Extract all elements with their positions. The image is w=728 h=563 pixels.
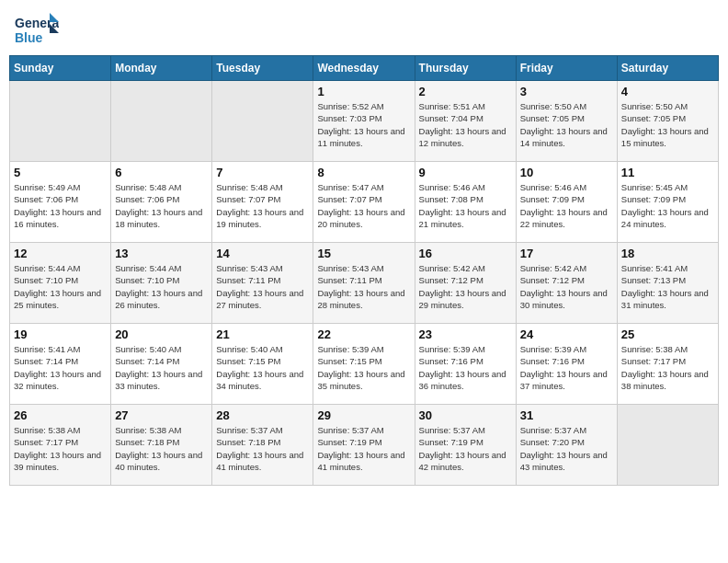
svg-text:Blue: Blue [15, 30, 43, 45]
logo-svg: GeneralBlue [13, 9, 59, 50]
cell-info: Sunrise: 5:48 AM Sunset: 7:07 PM Dayligh… [216, 181, 309, 230]
day-header-tuesday: Tuesday [212, 56, 313, 81]
cell-info: Sunrise: 5:50 AM Sunset: 7:05 PM Dayligh… [621, 100, 714, 149]
day-number: 31 [520, 408, 613, 422]
day-header-wednesday: Wednesday [313, 56, 415, 81]
calendar-cell: 17Sunrise: 5:42 AM Sunset: 7:12 PM Dayli… [516, 243, 617, 324]
calendar-cell: 14Sunrise: 5:43 AM Sunset: 7:11 PM Dayli… [212, 243, 313, 324]
calendar-cell: 28Sunrise: 5:37 AM Sunset: 7:18 PM Dayli… [212, 405, 313, 486]
day-header-monday: Monday [111, 56, 212, 81]
cell-info: Sunrise: 5:41 AM Sunset: 7:14 PM Dayligh… [14, 343, 107, 392]
day-number: 24 [520, 327, 613, 341]
cell-info: Sunrise: 5:39 AM Sunset: 7:16 PM Dayligh… [419, 343, 512, 392]
day-number: 8 [317, 166, 410, 179]
calendar-cell: 16Sunrise: 5:42 AM Sunset: 7:12 PM Dayli… [415, 243, 516, 324]
calendar-cell: 9Sunrise: 5:46 AM Sunset: 7:08 PM Daylig… [415, 162, 516, 243]
calendar-cell: 4Sunrise: 5:50 AM Sunset: 7:05 PM Daylig… [617, 81, 718, 162]
calendar-cell: 31Sunrise: 5:37 AM Sunset: 7:20 PM Dayli… [516, 405, 617, 486]
day-number: 6 [115, 166, 208, 179]
cell-info: Sunrise: 5:49 AM Sunset: 7:06 PM Dayligh… [14, 181, 107, 230]
cell-info: Sunrise: 5:45 AM Sunset: 7:09 PM Dayligh… [621, 181, 714, 230]
day-number: 17 [520, 247, 613, 260]
calendar-cell: 23Sunrise: 5:39 AM Sunset: 7:16 PM Dayli… [415, 324, 516, 405]
day-number: 12 [14, 247, 107, 260]
day-number: 1 [317, 85, 410, 98]
calendar-cell: 10Sunrise: 5:46 AM Sunset: 7:09 PM Dayli… [516, 162, 617, 243]
cell-info: Sunrise: 5:42 AM Sunset: 7:12 PM Dayligh… [520, 262, 613, 311]
cell-info: Sunrise: 5:37 AM Sunset: 7:18 PM Dayligh… [216, 424, 309, 473]
day-number: 23 [419, 327, 512, 341]
day-number: 16 [419, 247, 512, 260]
calendar-cell [212, 81, 313, 162]
calendar-cell: 26Sunrise: 5:38 AM Sunset: 7:17 PM Dayli… [10, 405, 111, 486]
calendar-cell: 24Sunrise: 5:39 AM Sunset: 7:16 PM Dayli… [516, 324, 617, 405]
day-number: 20 [115, 327, 208, 341]
calendar-cell: 8Sunrise: 5:47 AM Sunset: 7:07 PM Daylig… [313, 162, 415, 243]
cell-info: Sunrise: 5:38 AM Sunset: 7:18 PM Dayligh… [115, 424, 208, 473]
calendar-cell [10, 81, 111, 162]
day-header-friday: Friday [516, 56, 617, 81]
calendar-cell: 3Sunrise: 5:50 AM Sunset: 7:05 PM Daylig… [516, 81, 617, 162]
calendar-cell: 30Sunrise: 5:37 AM Sunset: 7:19 PM Dayli… [415, 405, 516, 486]
calendar-cell: 12Sunrise: 5:44 AM Sunset: 7:10 PM Dayli… [10, 243, 111, 324]
calendar-cell: 7Sunrise: 5:48 AM Sunset: 7:07 PM Daylig… [212, 162, 313, 243]
calendar-cell: 25Sunrise: 5:38 AM Sunset: 7:17 PM Dayli… [617, 324, 718, 405]
calendar-cell: 1Sunrise: 5:52 AM Sunset: 7:03 PM Daylig… [313, 81, 415, 162]
cell-info: Sunrise: 5:37 AM Sunset: 7:20 PM Dayligh… [520, 424, 613, 473]
calendar-table: SundayMondayTuesdayWednesdayThursdayFrid… [9, 55, 719, 486]
cell-info: Sunrise: 5:40 AM Sunset: 7:14 PM Dayligh… [115, 343, 208, 392]
day-header-sunday: Sunday [10, 56, 111, 81]
calendar-cell: 22Sunrise: 5:39 AM Sunset: 7:15 PM Dayli… [313, 324, 415, 405]
cell-info: Sunrise: 5:51 AM Sunset: 7:04 PM Dayligh… [419, 100, 512, 149]
cell-info: Sunrise: 5:50 AM Sunset: 7:05 PM Dayligh… [520, 100, 613, 149]
cell-info: Sunrise: 5:48 AM Sunset: 7:06 PM Dayligh… [115, 181, 208, 230]
cell-info: Sunrise: 5:38 AM Sunset: 7:17 PM Dayligh… [14, 424, 107, 473]
day-number: 29 [317, 408, 410, 422]
day-number: 27 [115, 408, 208, 422]
cell-info: Sunrise: 5:41 AM Sunset: 7:13 PM Dayligh… [621, 262, 714, 311]
day-number: 4 [621, 85, 714, 98]
cell-info: Sunrise: 5:44 AM Sunset: 7:10 PM Dayligh… [14, 262, 107, 311]
calendar-cell: 13Sunrise: 5:44 AM Sunset: 7:10 PM Dayli… [111, 243, 212, 324]
day-number: 3 [520, 85, 613, 98]
day-number: 13 [115, 247, 208, 260]
day-header-saturday: Saturday [617, 56, 718, 81]
day-header-thursday: Thursday [415, 56, 516, 81]
calendar-cell: 6Sunrise: 5:48 AM Sunset: 7:06 PM Daylig… [111, 162, 212, 243]
calendar-cell [111, 81, 212, 162]
calendar-cell: 21Sunrise: 5:40 AM Sunset: 7:15 PM Dayli… [212, 324, 313, 405]
calendar-cell: 15Sunrise: 5:43 AM Sunset: 7:11 PM Dayli… [313, 243, 415, 324]
day-number: 15 [317, 247, 410, 260]
cell-info: Sunrise: 5:39 AM Sunset: 7:15 PM Dayligh… [317, 343, 410, 392]
cell-info: Sunrise: 5:38 AM Sunset: 7:17 PM Dayligh… [621, 343, 714, 392]
cell-info: Sunrise: 5:47 AM Sunset: 7:07 PM Dayligh… [317, 181, 410, 230]
day-number: 25 [621, 327, 714, 341]
cell-info: Sunrise: 5:37 AM Sunset: 7:19 PM Dayligh… [317, 424, 410, 473]
day-number: 2 [419, 85, 512, 98]
calendar-cell: 27Sunrise: 5:38 AM Sunset: 7:18 PM Dayli… [111, 405, 212, 486]
day-number: 28 [216, 408, 309, 422]
calendar-cell: 18Sunrise: 5:41 AM Sunset: 7:13 PM Dayli… [617, 243, 718, 324]
cell-info: Sunrise: 5:42 AM Sunset: 7:12 PM Dayligh… [419, 262, 512, 311]
calendar-cell [617, 405, 718, 486]
day-number: 11 [621, 166, 714, 179]
cell-info: Sunrise: 5:37 AM Sunset: 7:19 PM Dayligh… [419, 424, 512, 473]
day-number: 26 [14, 408, 107, 422]
day-number: 5 [14, 166, 107, 179]
day-number: 10 [520, 166, 613, 179]
calendar-cell: 20Sunrise: 5:40 AM Sunset: 7:14 PM Dayli… [111, 324, 212, 405]
cell-info: Sunrise: 5:44 AM Sunset: 7:10 PM Dayligh… [115, 262, 208, 311]
calendar-cell: 29Sunrise: 5:37 AM Sunset: 7:19 PM Dayli… [313, 405, 415, 486]
day-number: 22 [317, 327, 410, 341]
cell-info: Sunrise: 5:43 AM Sunset: 7:11 PM Dayligh… [216, 262, 309, 311]
cell-info: Sunrise: 5:40 AM Sunset: 7:15 PM Dayligh… [216, 343, 309, 392]
day-number: 9 [419, 166, 512, 179]
calendar-cell: 5Sunrise: 5:49 AM Sunset: 7:06 PM Daylig… [10, 162, 111, 243]
cell-info: Sunrise: 5:43 AM Sunset: 7:11 PM Dayligh… [317, 262, 410, 311]
day-number: 21 [216, 327, 309, 341]
calendar-cell: 2Sunrise: 5:51 AM Sunset: 7:04 PM Daylig… [415, 81, 516, 162]
cell-info: Sunrise: 5:46 AM Sunset: 7:09 PM Dayligh… [520, 181, 613, 230]
calendar-cell: 19Sunrise: 5:41 AM Sunset: 7:14 PM Dayli… [10, 324, 111, 405]
day-number: 14 [216, 247, 309, 260]
day-number: 18 [621, 247, 714, 260]
